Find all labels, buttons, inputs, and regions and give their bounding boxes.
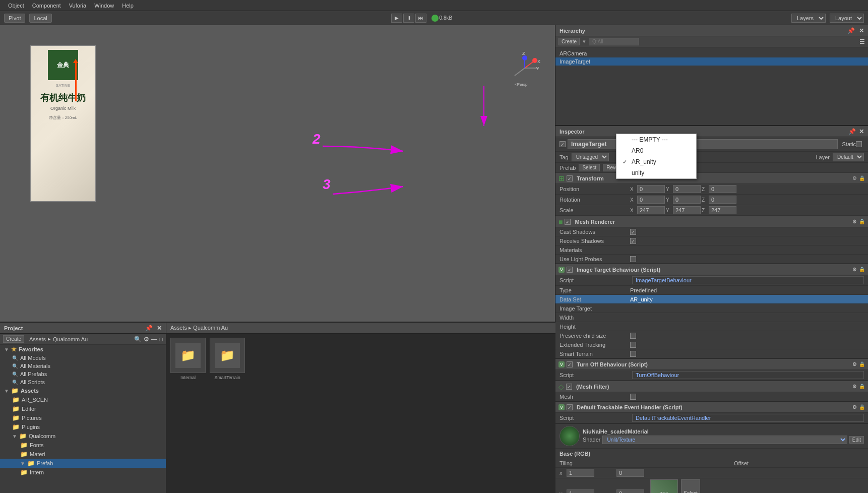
mesh-filter-gear: ⚙ 🔒 (852, 384, 865, 389)
inspector-pin[interactable]: 📌 (848, 128, 856, 135)
project-create-btn[interactable]: Create (3, 335, 24, 343)
local-button[interactable]: Local (29, 14, 51, 23)
mesh-filter-header[interactable]: ◇ (Mesh Filter) ⚙ 🔒 (555, 381, 868, 392)
asset-ar-scene[interactable]: 📁 AR_SCEN (0, 395, 166, 404)
it-dataset-row[interactable]: Data Set AR_unity (555, 295, 868, 304)
project-gear-icon[interactable]: ⚙ (144, 336, 149, 343)
receive-shadows-checkbox[interactable] (630, 238, 636, 244)
project-pin[interactable]: 📌 (145, 325, 153, 332)
pos-x-input[interactable] (637, 185, 665, 193)
mesh-checkbox[interactable] (630, 394, 636, 400)
mesh-filter-enabled[interactable] (566, 384, 572, 390)
hierarchy-close[interactable]: ✕ (859, 27, 864, 34)
offset-y-input[interactable] (616, 489, 644, 494)
inspector-close[interactable]: ✕ (859, 128, 864, 135)
trackable-enabled[interactable] (567, 404, 573, 410)
turn-off-enabled[interactable] (567, 361, 573, 367)
dropdown-ar-unity[interactable]: ✓ AR_unity (616, 156, 696, 167)
fav-all-models[interactable]: 🔍 All Models (0, 354, 166, 362)
favorites-header[interactable]: ▼ ★ Favorites (0, 345, 166, 354)
rot-x-input[interactable] (637, 196, 665, 204)
dropdown-unity[interactable]: unity (616, 167, 696, 178)
hierarchy-item-imagetarget[interactable]: ImageTarget (555, 57, 868, 66)
asset-pictures[interactable]: 📁 Pictures (0, 413, 166, 422)
prefab-select-btn[interactable]: Select (579, 164, 600, 171)
dropdown-ar0[interactable]: AR0 (616, 145, 696, 156)
layer-select[interactable]: Default (833, 153, 864, 161)
assets-header[interactable]: ▼ 📁 Assets (0, 386, 166, 395)
asset-intern[interactable]: 📁 Intern (0, 468, 166, 477)
image-target-header[interactable]: V Image Target Behaviour (Script) ⚙ 🔒 (555, 264, 868, 275)
object-name-input[interactable] (568, 139, 838, 149)
project-max-icon[interactable]: □ (159, 336, 163, 343)
image-target-enabled[interactable] (567, 267, 573, 273)
step-button[interactable]: ⏭ (415, 14, 426, 23)
dropdown-empty[interactable]: --- EMPTY --- (616, 134, 696, 145)
asset-internal[interactable]: 📁 Internal (170, 338, 206, 380)
asset-qualcomm[interactable]: ▼ 📁 Qualcomm (0, 432, 166, 441)
layout-dropdown[interactable]: Layout (830, 14, 864, 23)
fav-all-materials[interactable]: 🔍 All Materials (0, 362, 166, 370)
mesh-renderer-enabled[interactable] (565, 219, 571, 225)
asset-editor[interactable]: 📁 Editor (0, 404, 166, 413)
cast-shadows-checkbox[interactable] (630, 229, 636, 235)
pause-button[interactable]: ⏸ (403, 14, 414, 23)
scale-y-input[interactable] (673, 206, 701, 214)
menu-vuforia[interactable]: Vuforia (65, 3, 90, 9)
layers-dropdown[interactable]: Layers (791, 14, 826, 23)
mesh-filter-lock[interactable]: 🔒 (859, 384, 865, 389)
asset-prefab[interactable]: ▼ 📁 Prefab (0, 459, 166, 468)
project-search-icon[interactable]: 🔍 (134, 336, 142, 343)
dataset-dropdown[interactable]: --- EMPTY --- AR0 ✓ AR_unity unity (616, 134, 697, 179)
image-target-lock[interactable]: 🔒 (859, 267, 865, 272)
asset-materi[interactable]: 📁 Materi (0, 450, 166, 459)
hierarchy-create-btn[interactable]: Create (559, 38, 580, 45)
hierarchy-pin[interactable]: 📌 (847, 27, 855, 34)
project-close[interactable]: ✕ (157, 325, 162, 332)
fav-all-scripts[interactable]: 🔍 All Scripts (0, 378, 166, 386)
asset-smartterrain[interactable]: 📁 SmartTerrain (210, 338, 245, 380)
pivot-button[interactable]: Pivot (4, 14, 25, 23)
transform-header[interactable]: ⊞ Transform ⚙ 🔒 (555, 173, 868, 184)
mesh-renderer-header[interactable]: ■ Mesh Renderer ⚙ 🔒 (555, 216, 868, 227)
scale-z-input[interactable] (709, 206, 736, 214)
asset-plugins[interactable]: 📁 Plugins (0, 422, 166, 432)
rot-y-input[interactable] (673, 196, 701, 204)
hierarchy-options[interactable]: ☰ (859, 38, 865, 45)
trackable-handler-header[interactable]: V Default Trackable Event Handler (Scrip… (555, 402, 868, 413)
tiling-y-input[interactable] (567, 489, 594, 494)
menu-window[interactable]: Window (90, 3, 118, 9)
shader-select[interactable]: Unlit/Texture (602, 436, 847, 444)
offset-x-input[interactable] (616, 469, 644, 477)
it-extended-tracking-checkbox[interactable] (630, 342, 636, 348)
fav-all-prefabs[interactable]: 🔍 All Prefabs (0, 370, 166, 378)
select-texture-btn[interactable]: Select (681, 479, 700, 493)
pos-y-input[interactable] (673, 185, 701, 193)
it-preserve-child-checkbox[interactable] (630, 333, 636, 339)
tiling-x-input[interactable] (567, 469, 594, 477)
play-button[interactable]: ▶ (391, 14, 402, 23)
asset-fonts[interactable]: 📁 Fonts (0, 441, 166, 450)
shader-edit-btn[interactable]: Edit (849, 436, 864, 444)
turn-off-lock[interactable]: 🔒 (859, 361, 865, 367)
tag-select[interactable]: Untagged (572, 153, 609, 161)
mesh-renderer-lock[interactable]: 🔒 (859, 219, 865, 224)
menu-component[interactable]: Component (28, 3, 65, 9)
object-enabled-checkbox[interactable] (560, 141, 566, 147)
turn-off-header[interactable]: V Turn Off Behaviour (Script) ⚙ 🔒 (555, 359, 868, 370)
transform-lock[interactable]: 🔒 (859, 175, 865, 181)
menu-help[interactable]: Help (118, 3, 138, 9)
it-smart-terrain-checkbox[interactable] (630, 351, 636, 357)
menu-object[interactable]: Object (4, 3, 28, 9)
tag-layer-row: Tag Untagged Layer Default (555, 152, 868, 163)
trackable-lock[interactable]: 🔒 (859, 404, 865, 410)
hierarchy-search-input[interactable] (589, 38, 639, 45)
static-checkbox[interactable] (856, 141, 862, 147)
pos-z-input[interactable] (709, 185, 736, 193)
transform-enabled[interactable] (567, 175, 573, 181)
scale-x-input[interactable] (637, 206, 665, 214)
rot-z-input[interactable] (709, 196, 736, 204)
hierarchy-item-arcamera[interactable]: ARCamera (555, 49, 868, 57)
light-probes-checkbox[interactable] (630, 256, 636, 262)
project-min-icon[interactable]: — (151, 336, 157, 343)
